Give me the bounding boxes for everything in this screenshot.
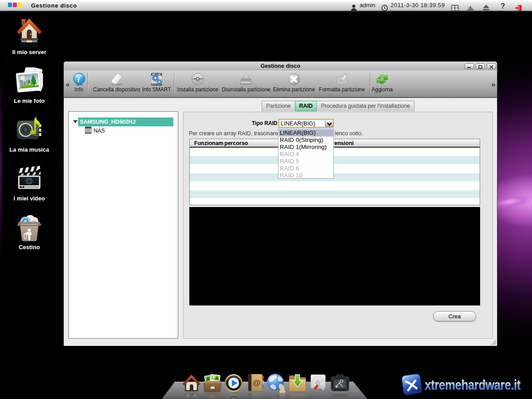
svg-text:@: @ — [253, 379, 261, 387]
svg-text:xtremehardware.it: xtremehardware.it — [425, 377, 520, 393]
svg-text:i: i — [77, 75, 79, 84]
